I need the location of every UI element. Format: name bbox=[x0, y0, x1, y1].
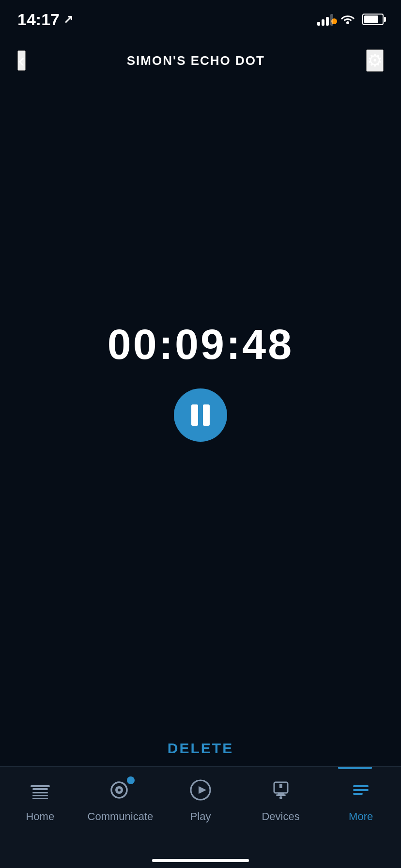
svg-rect-11 bbox=[278, 793, 284, 794]
nav-item-play[interactable]: Play bbox=[160, 775, 241, 823]
nav-label-communicate: Communicate bbox=[88, 810, 154, 823]
svg-point-7 bbox=[118, 789, 121, 791]
communicate-dot bbox=[127, 776, 135, 784]
status-time: 14:17 ↗ bbox=[17, 10, 73, 29]
home-bar bbox=[152, 859, 249, 862]
more-active-indicator bbox=[338, 767, 372, 769]
location-icon: ↗ bbox=[63, 13, 73, 26]
more-icon bbox=[349, 778, 372, 806]
status-icons bbox=[317, 12, 384, 28]
battery-icon bbox=[362, 14, 384, 25]
pause-bar-right bbox=[203, 404, 210, 426]
delete-button[interactable]: DELETE bbox=[168, 740, 233, 757]
timer-container: 00:09:48 bbox=[0, 0, 401, 761]
nav-label-devices: Devices bbox=[262, 810, 299, 823]
status-bar: 14:17 ↗ bbox=[0, 0, 401, 39]
svg-rect-15 bbox=[353, 785, 369, 787]
nav-item-communicate[interactable]: Communicate bbox=[80, 775, 161, 823]
svg-rect-4 bbox=[31, 785, 50, 787]
nav-label-play: Play bbox=[190, 810, 211, 823]
nav-label-home: Home bbox=[26, 810, 54, 823]
bottom-nav: Home Communicate Play bbox=[0, 766, 401, 868]
time-display: 14:17 bbox=[17, 10, 60, 29]
svg-rect-1 bbox=[32, 792, 48, 793]
devices-icon bbox=[269, 778, 293, 806]
svg-rect-2 bbox=[32, 795, 48, 796]
nav-item-more[interactable]: More bbox=[321, 775, 401, 823]
svg-marker-9 bbox=[199, 786, 206, 794]
home-icon bbox=[29, 778, 52, 806]
wifi-icon bbox=[340, 12, 355, 28]
svg-rect-0 bbox=[32, 788, 48, 790]
pause-button[interactable] bbox=[174, 388, 227, 442]
nav-item-home[interactable]: Home bbox=[0, 775, 80, 823]
pause-icon bbox=[191, 404, 210, 426]
nav-item-devices[interactable]: Devices bbox=[241, 775, 321, 823]
svg-rect-12 bbox=[276, 794, 286, 796]
timer-display: 00:09:48 bbox=[108, 320, 293, 369]
svg-rect-17 bbox=[353, 793, 363, 795]
play-icon bbox=[189, 778, 212, 806]
signal-icon bbox=[317, 13, 333, 26]
communicate-icon bbox=[108, 778, 132, 806]
pause-bar-left bbox=[191, 404, 198, 426]
svg-point-13 bbox=[279, 796, 282, 799]
svg-rect-14 bbox=[279, 784, 282, 788]
svg-rect-16 bbox=[353, 789, 369, 791]
nav-label-more: More bbox=[349, 810, 373, 823]
delete-button-container: DELETE bbox=[0, 740, 401, 757]
svg-rect-3 bbox=[32, 798, 48, 799]
